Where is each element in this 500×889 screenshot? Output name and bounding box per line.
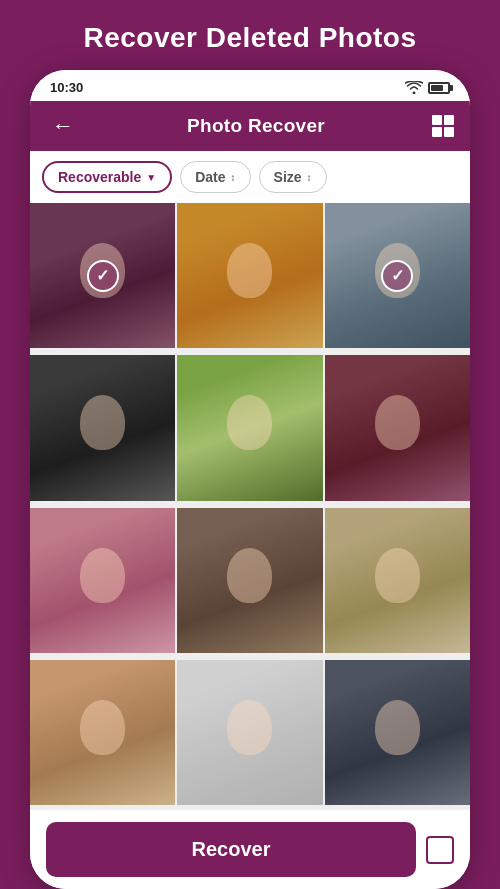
top-bar-title: Photo Recover [187, 115, 325, 137]
photo-cell[interactable] [325, 660, 470, 805]
photo-cell[interactable] [30, 355, 175, 500]
photo-cell[interactable] [30, 660, 175, 805]
bottom-bar: Recover [30, 810, 470, 889]
phone-frame: 10:30 ← Photo Recover Recoverable ▼ [30, 70, 470, 889]
photo-cell[interactable] [30, 508, 175, 653]
photo-cell[interactable] [177, 355, 322, 500]
status-time: 10:30 [50, 80, 83, 95]
filter-bar: Recoverable ▼ Date ↕ Size ↕ [30, 151, 470, 203]
wifi-icon [405, 81, 423, 94]
grid-view-icon[interactable] [432, 115, 454, 137]
recover-button[interactable]: Recover [46, 822, 416, 877]
recoverable-dropdown-arrow: ▼ [146, 172, 156, 183]
photo-cell[interactable]: ✓ [30, 203, 175, 348]
battery-icon [428, 82, 450, 94]
size-filter[interactable]: Size ↕ [259, 161, 327, 193]
photo-cell[interactable] [325, 355, 470, 500]
photo-cell[interactable]: ✓ [325, 203, 470, 348]
top-bar: ← Photo Recover [30, 101, 470, 151]
date-filter[interactable]: Date ↕ [180, 161, 250, 193]
size-label: Size [274, 169, 302, 185]
recoverable-filter[interactable]: Recoverable ▼ [42, 161, 172, 193]
select-all-checkbox[interactable] [426, 836, 454, 864]
page-title: Recover Deleted Photos [63, 0, 436, 70]
photo-cell[interactable] [177, 508, 322, 653]
status-icons [405, 81, 450, 94]
photo-cell[interactable] [177, 660, 322, 805]
photo-grid: ✓✓ [30, 203, 470, 810]
photo-cell[interactable] [177, 203, 322, 348]
date-sort-arrows: ↕ [231, 172, 236, 183]
photo-cell[interactable] [325, 508, 470, 653]
status-bar: 10:30 [30, 70, 470, 101]
date-label: Date [195, 169, 225, 185]
recoverable-label: Recoverable [58, 169, 141, 185]
selection-check: ✓ [87, 260, 119, 292]
size-sort-arrows: ↕ [307, 172, 312, 183]
selection-check: ✓ [381, 260, 413, 292]
back-button[interactable]: ← [46, 111, 80, 141]
